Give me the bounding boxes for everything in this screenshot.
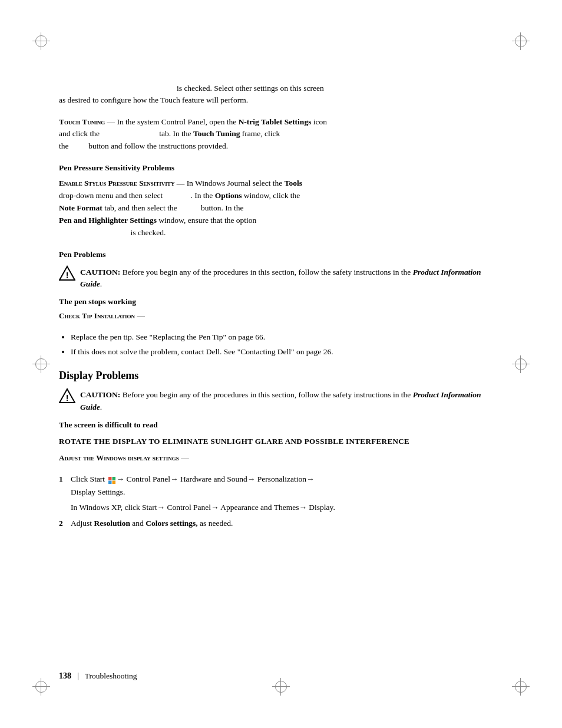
step1-sub2: Control Panel: [165, 503, 211, 512]
stylus-text2: drop-down menu and then select: [59, 191, 163, 200]
step1-sub1: In Windows XP, click Start: [71, 503, 157, 512]
numbered-steps: 1 Click Start → Control Panel→ Hardware …: [59, 473, 503, 530]
stylus-line3b: window, ensure that the option: [157, 216, 256, 225]
enable-stylus-dash: —: [174, 179, 186, 187]
step2-text2: and: [130, 519, 146, 528]
touch-tuning-label: Touch Tuning: [59, 117, 105, 126]
check-tip-label: Check Tip Installation: [59, 311, 135, 320]
display-caution-text: CAUTION: Before you begin any of the pro…: [80, 389, 503, 413]
step-2-content: Adjust Resolution and Colors settings, a…: [71, 517, 503, 530]
svg-rect-5: [112, 477, 115, 480]
crop-mark-top-right: [512, 32, 530, 50]
display-caution-prefix: CAUTION:: [80, 390, 120, 399]
stylus-line2b: tab, and then select the: [103, 203, 177, 212]
screen-difficult-heading: The screen is difficult to read: [59, 420, 503, 430]
pen-highlighter-bold: Pen and Highlighter Settings: [59, 216, 157, 225]
enable-stylus-label: Enable Stylus Pressure Sensitivity: [59, 179, 174, 187]
stylus-line2c: button. In the: [201, 203, 243, 212]
page: is checked. Select other settings on thi…: [0, 0, 562, 728]
windows-icon-step1: [108, 476, 116, 484]
svg-text:!: !: [66, 271, 69, 280]
step2-bold1: Resolution: [94, 519, 130, 528]
check-tip-dash: —: [135, 311, 145, 320]
stylus-text3: . In the: [190, 191, 214, 200]
pen-caution-text: CAUTION: Before you begin any of the pro…: [80, 266, 503, 291]
svg-rect-4: [108, 477, 112, 480]
intro-line1: is checked. Select other settings on thi…: [59, 83, 503, 94]
step2-text1: Adjust: [71, 519, 94, 528]
touch-tuning-line2c: frame, click: [240, 129, 280, 138]
adjust-windows-label: Adjust the Windows display settings: [59, 453, 179, 462]
pen-problems-heading: Pen Problems: [59, 250, 503, 259]
step1-text4: Personalization: [255, 475, 306, 483]
stylus-line4a: is checked.: [131, 228, 166, 237]
step-2: 2 Adjust Resolution and Colors settings,…: [59, 517, 503, 530]
pen-stops-heading: The pen stops working: [59, 297, 503, 307]
intro-paragraph: is checked. Select other settings on thi…: [59, 83, 503, 107]
footer: 138 | Troubleshooting: [59, 671, 503, 681]
touch-tuning-line2a: and click the: [59, 129, 100, 138]
step-1: 1 Click Start → Control Panel→ Hardware …: [59, 473, 503, 513]
note-format-bold: Note Format: [59, 203, 103, 212]
caution-icon-pen: !: [59, 265, 75, 282]
intro-line2: as desired to configure how the Touch fe…: [59, 94, 503, 106]
touch-tuning-line3b: button and follow the instructions provi…: [88, 141, 228, 150]
pen-problems-caution: ! CAUTION: Before you begin any of the p…: [59, 266, 503, 291]
pen-bullet-2: If this does not solve the problem, cont…: [71, 345, 503, 358]
pen-bullet-list: Replace the pen tip. See "Replacing the …: [71, 331, 503, 358]
touch-tuning-section: Touch Tuning — In the system Control Pan…: [59, 116, 503, 153]
caution-icon-display: !: [59, 388, 75, 404]
crop-mark-mid-left: [32, 355, 50, 373]
adjust-windows-section: Adjust the Windows display settings —: [59, 452, 503, 465]
step1-text3: Hardware and Sound: [178, 475, 247, 483]
step1-text1: Click Start: [71, 475, 107, 483]
step1-arrow1: →: [117, 475, 125, 483]
touch-tuning-dash: —: [105, 117, 117, 126]
footer-page-number: 138: [59, 671, 71, 681]
stylus-pressure-section: Enable Stylus Pressure Sensitivity — In …: [59, 177, 503, 239]
touch-tuning-text1: In the system Control Panel, open the: [117, 117, 238, 126]
ntrig-tablet-settings-bold: N-trig Tablet Settings: [239, 117, 312, 126]
step2-text3: as needed.: [198, 519, 233, 528]
step1-subtext: In Windows XP, click Start→ Control Pane…: [71, 502, 503, 513]
svg-rect-6: [108, 480, 112, 484]
tools-bold: Tools: [285, 179, 302, 187]
crop-mark-bottom-right: [512, 678, 530, 696]
step2-bold2: Colors settings,: [146, 519, 198, 528]
stylus-text1: In Windows Journal select the: [187, 179, 285, 187]
step1-sub3: Appearance and Themes: [219, 503, 299, 512]
svg-rect-7: [112, 480, 115, 484]
pen-caution-prefix: CAUTION:: [80, 268, 120, 276]
step1-text5: Display Settings.: [71, 487, 125, 496]
content-area: is checked. Select other settings on thi…: [59, 83, 503, 530]
adjust-windows-dash: —: [179, 453, 189, 462]
crop-mark-top-left: [32, 32, 50, 50]
step1-arrow2: →: [170, 475, 178, 483]
display-problems-caution: ! CAUTION: Before you begin any of the p…: [59, 389, 503, 413]
footer-separator: |: [77, 671, 79, 681]
pen-caution-body: Before you begin any of the procedures i…: [120, 268, 412, 276]
footer-section-name: Troubleshooting: [85, 671, 137, 681]
step-2-num: 2: [59, 517, 68, 530]
display-caution-body: Before you begin any of the procedures i…: [120, 390, 412, 399]
step1-arrow4: →: [306, 475, 315, 483]
options-bold: Options: [215, 191, 242, 200]
pen-pressure-heading: Pen Pressure Sensitivity Problems: [59, 163, 503, 173]
touch-tuning-text2: icon: [311, 117, 327, 126]
touch-tuning-line2b: tab. In the: [159, 129, 193, 138]
touch-tuning-bold2: Touch Tuning: [193, 129, 240, 138]
pen-bullet-1: Replace the pen tip. See "Replacing the …: [71, 331, 503, 344]
step1-sub-arrow2: →: [211, 503, 219, 512]
windows-logo-icon: [108, 476, 116, 485]
pen-caution-suffix: .: [100, 279, 102, 288]
step1-sub-arrow1: →: [157, 503, 166, 512]
rotate-label: Rotate the display to eliminate sunlight…: [59, 437, 503, 446]
svg-text:!: !: [66, 393, 69, 403]
step1-arrow3: →: [247, 475, 256, 483]
step1-sub-arrow3: →: [299, 503, 307, 512]
step-1-content: Click Start → Control Panel→ Hardware an…: [71, 473, 503, 513]
check-tip-section: Check Tip Installation —: [59, 310, 503, 322]
step-1-num: 1: [59, 473, 68, 486]
stylus-text4: window, click the: [242, 191, 300, 200]
crop-mark-mid-right: [512, 355, 530, 373]
